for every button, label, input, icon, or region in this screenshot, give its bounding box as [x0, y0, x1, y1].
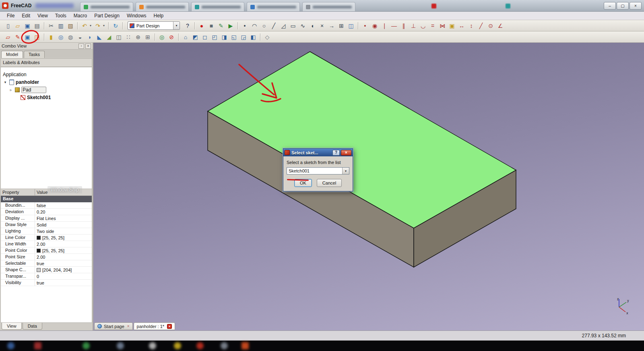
menu-item-tools[interactable]: Tools: [52, 12, 70, 19]
tab-model[interactable]: Model: [1, 51, 23, 58]
redo-history-arrow-icon[interactable]: ▾: [102, 21, 106, 30]
undo-icon[interactable]: ↶: [80, 21, 89, 30]
taskbar-icon-blurred[interactable]: [83, 342, 90, 349]
pocket-icon[interactable]: ◒: [76, 33, 85, 42]
sketch-bspline-icon[interactable]: ∿: [298, 21, 307, 30]
sketch-point-icon[interactable]: •: [240, 21, 249, 30]
viewport-3d-scene[interactable]: [93, 43, 644, 330]
view-isometric-icon[interactable]: ◩: [191, 33, 200, 42]
view-home-icon[interactable]: ⌂: [181, 33, 190, 42]
constraint-lock-icon[interactable]: ▣: [448, 21, 456, 30]
blurred-browser-tab[interactable]: [80, 2, 133, 11]
constraint-angle-icon[interactable]: ∠: [496, 21, 505, 30]
sketch-circle-icon[interactable]: ○: [260, 21, 268, 30]
constraint-vertical-distance-icon[interactable]: ↕: [467, 21, 476, 30]
menu-item-macro[interactable]: Macro: [70, 12, 91, 19]
constraint-vertical-icon[interactable]: |: [380, 21, 389, 30]
menu-item-part-design[interactable]: Part Design: [91, 12, 123, 19]
groove-icon[interactable]: ◍: [66, 33, 75, 42]
property-row[interactable]: Transpar... 0: [1, 273, 92, 280]
close-button[interactable]: ×: [630, 2, 642, 10]
constraint-tangent-icon[interactable]: ◡: [419, 21, 427, 30]
linear-pattern-icon[interactable]: ∷: [124, 33, 133, 42]
property-row[interactable]: Selectable true: [1, 260, 92, 267]
revolve-icon[interactable]: ◎: [56, 33, 65, 42]
dialog-help-button[interactable]: ?: [332, 150, 340, 156]
property-row[interactable]: Point Size 2.00: [1, 254, 92, 260]
chevron-down-icon[interactable]: ▾: [173, 22, 180, 29]
sketch-trim-icon[interactable]: ×: [318, 21, 326, 30]
taskbar-icon-blurred[interactable]: [7, 342, 14, 349]
taskbar-icon-blurred[interactable]: [196, 342, 204, 349]
view-bottom-icon[interactable]: ◲: [239, 33, 248, 42]
map-sketch-to-face-icon[interactable]: ▣: [23, 33, 32, 42]
taskbar-icon-blurred[interactable]: [221, 342, 228, 349]
sketch-select-dropdown[interactable]: Sketch001 ▾: [287, 167, 349, 174]
view-front-icon[interactable]: ◻: [200, 33, 209, 42]
sketch-polyline-icon[interactable]: ◿: [279, 21, 288, 30]
refresh-icon[interactable]: ↻: [111, 21, 120, 30]
macro-stop-icon[interactable]: ■: [207, 21, 216, 30]
tree-item-panholder[interactable]: ▾ panholder: [1, 78, 92, 86]
blurred-browser-tab[interactable]: [136, 2, 189, 11]
polar-pattern-icon[interactable]: ⊛: [134, 33, 142, 42]
constraint-horizontal-distance-icon[interactable]: ↔: [457, 21, 466, 30]
draw-style-icon[interactable]: ⊘: [167, 33, 176, 42]
property-row[interactable]: Boundin... false: [1, 202, 92, 209]
new-file-icon[interactable]: ▯: [4, 21, 12, 30]
collapse-arrow-icon[interactable]: ▹: [8, 88, 13, 92]
blurred-browser-tab[interactable]: [247, 2, 300, 11]
mirrored-icon[interactable]: ◫: [114, 33, 123, 42]
sketch-line-icon[interactable]: ╱: [269, 21, 278, 30]
property-group-base[interactable]: Base: [1, 196, 92, 202]
property-row[interactable]: Point Color [25, 25, 25]: [1, 247, 92, 254]
property-row[interactable]: Draw Style Solid: [1, 222, 92, 228]
constraint-distance-icon[interactable]: ╱: [477, 21, 485, 30]
workbench-selector[interactable]: Part Design ▾: [128, 21, 180, 30]
menu-item-view[interactable]: View: [34, 12, 52, 19]
float-panel-button[interactable]: ▫: [78, 44, 84, 49]
minimize-button[interactable]: –: [604, 2, 616, 10]
measure-icon[interactable]: ◇: [263, 33, 272, 42]
tree-item-sketch001[interactable]: Sketch001: [1, 93, 92, 101]
constraint-symmetric-icon[interactable]: ⋈: [438, 21, 447, 30]
taskbar-icon-blurred[interactable]: [174, 342, 181, 349]
sketch-extend-icon[interactable]: →: [327, 21, 336, 30]
taskbar-icon-blurred[interactable]: [117, 342, 124, 349]
sketch-construction-mode-icon[interactable]: ◫: [347, 21, 355, 30]
zoom-fit-all-icon[interactable]: ◎: [157, 33, 166, 42]
whats-this-icon[interactable]: ?: [183, 21, 192, 30]
constraint-parallel-icon[interactable]: ∥: [399, 21, 408, 30]
edit-sketch-icon[interactable]: ✎: [13, 33, 22, 42]
macro-execute-icon[interactable]: ▶: [226, 21, 235, 30]
tab-tasks[interactable]: Tasks: [24, 51, 45, 58]
property-row[interactable]: Line Color [25, 25, 25]: [1, 235, 92, 241]
close-tab-icon[interactable]: ×: [127, 324, 130, 328]
property-row[interactable]: Shape C... [204, 204, 204]: [1, 267, 92, 273]
constraint-point-on-object-icon[interactable]: ◉: [370, 21, 379, 30]
fillet-icon[interactable]: ◗: [85, 33, 94, 42]
constraint-coincident-icon[interactable]: •: [361, 21, 369, 30]
reorient-sketch-icon[interactable]: ◳: [33, 33, 41, 42]
save-icon[interactable]: ▣: [23, 21, 32, 30]
sketch-rectangle-icon[interactable]: ▭: [289, 21, 297, 30]
print-icon[interactable]: ▤: [33, 21, 41, 30]
taskbar-icon-blurred[interactable]: [149, 342, 156, 349]
cancel-button[interactable]: Cancel: [317, 179, 342, 187]
view-rear-icon[interactable]: ◱: [229, 33, 238, 42]
tab-view-properties[interactable]: View: [2, 323, 22, 330]
close-panel-button[interactable]: ×: [85, 44, 91, 49]
taskbar-icon-blurred[interactable]: [34, 342, 41, 349]
constraint-equal-icon[interactable]: =: [428, 21, 437, 30]
tree-item-pad[interactable]: ▹ Pad: [1, 86, 92, 93]
paste-icon[interactable]: ▧: [66, 21, 75, 30]
chamfer-icon[interactable]: ◣: [95, 33, 104, 42]
property-row[interactable]: Line Width 2.00: [1, 241, 92, 247]
sketch-external-geometry-icon[interactable]: ⊞: [337, 21, 346, 30]
property-row[interactable]: Deviation 0.20: [1, 209, 92, 215]
constraint-perpendicular-icon[interactable]: ⊥: [409, 21, 418, 30]
maximize-button[interactable]: ▢: [617, 2, 629, 10]
property-row[interactable]: Visibility true: [1, 280, 92, 286]
blurred-browser-tab[interactable]: [191, 2, 244, 11]
create-sketch-icon[interactable]: ▱: [4, 33, 12, 42]
